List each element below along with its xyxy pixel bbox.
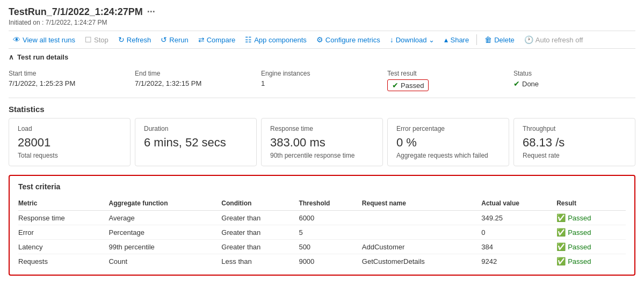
col-condition: Condition	[221, 197, 299, 211]
status-col: Status ✔ Done	[513, 70, 635, 91]
rerun-icon: ↺	[161, 35, 167, 44]
stat-card-3: Error percentage 0 % Aggregate requests …	[387, 118, 509, 166]
stat-value-2: 383.00 ms	[270, 136, 374, 150]
stat-card-0: Load 28001 Total requests	[9, 118, 131, 166]
initiated-text: Initiated on : 7/1/2022, 1:24:27 PM	[9, 19, 635, 26]
stop-icon: ☐	[85, 35, 92, 44]
stat-sublabel-3: Aggregate requests which failed	[396, 152, 500, 159]
delete-button[interactable]: 🗑 Delete	[480, 33, 519, 46]
start-time-col: Start time 7/1/2022, 1:25:23 PM	[9, 70, 131, 91]
statistics-title: Statistics	[9, 105, 635, 114]
result-text: Passed	[568, 214, 591, 222]
stat-label-4: Throughput	[523, 125, 626, 132]
status-value: ✔ Done	[513, 79, 539, 88]
view-all-button[interactable]: 👁 View all test runs	[9, 33, 79, 46]
configure-metrics-button[interactable]: ⚙ Configure metrics	[312, 33, 385, 46]
result-passed-badge: ✅ Passed	[556, 257, 591, 265]
cell-aggregate: 99th percentile	[108, 240, 221, 254]
passed-badge: ✔ Passed	[387, 79, 429, 91]
col-metric: Metric	[18, 197, 108, 211]
stat-sublabel-2: 90th percentile response time	[270, 152, 374, 159]
stat-value-0: 28001	[18, 136, 121, 150]
test-run-details-section[interactable]: ∧ Test run details	[9, 49, 635, 65]
stat-sublabel-4: Request rate	[523, 152, 626, 159]
result-check-icon: ✅	[556, 213, 566, 222]
app-components-button[interactable]: ☷ App components	[241, 33, 311, 46]
rerun-button[interactable]: ↺ Rerun	[156, 33, 192, 46]
stat-value-4: 68.13 /s	[523, 136, 626, 150]
clock-icon: 🕐	[524, 35, 533, 44]
cell-threshold: 5	[299, 225, 361, 240]
toolbar-separator	[476, 34, 477, 45]
cell-result: ✅ Passed	[556, 211, 626, 225]
stop-button[interactable]: ☐ Stop	[81, 33, 113, 46]
result-passed-badge: ✅ Passed	[556, 242, 591, 251]
result-check-icon: ✅	[556, 228, 566, 237]
col-request-name: Request name	[362, 197, 481, 211]
end-time-value: 7/1/2022, 1:32:15 PM	[135, 79, 257, 87]
cell-aggregate: Count	[108, 254, 221, 269]
test-criteria-box: Test criteria Metric Aggregate function …	[9, 175, 635, 276]
test-result-label: Test result	[387, 70, 509, 77]
status-label: Status	[513, 70, 635, 77]
stat-value-1: 6 mins, 52 secs	[144, 136, 248, 150]
stat-value-3: 0 %	[396, 136, 500, 150]
passed-check-icon: ✔	[392, 81, 399, 90]
cell-metric: Error	[18, 225, 108, 240]
cell-aggregate: Percentage	[108, 225, 221, 240]
cell-result: ✅ Passed	[556, 240, 626, 254]
col-actual-value: Actual value	[481, 197, 556, 211]
test-run-details-grid: Start time 7/1/2022, 1:25:23 PM End time…	[9, 65, 635, 98]
toolbar: 👁 View all test runs ☐ Stop ↻ Refresh ↺ …	[9, 31, 635, 49]
page-container: TestRun_7/1/2022_1:24:27PM ··· Initiated…	[0, 0, 644, 282]
table-row: Requests Count Less than 9000 GetCustome…	[18, 254, 626, 269]
app-components-icon: ☷	[245, 35, 252, 44]
stat-sublabel-0: Total requests	[18, 152, 121, 159]
cell-condition: Greater than	[221, 211, 299, 225]
table-row: Error Percentage Greater than 5 0 ✅ Pass…	[18, 225, 626, 240]
stat-card-2: Response time 383.00 ms 90th percentile …	[261, 118, 383, 166]
cell-request-name: AddCustomer	[362, 240, 481, 254]
col-threshold: Threshold	[299, 197, 361, 211]
engine-instances-col: Engine instances 1	[261, 70, 383, 91]
criteria-table: Metric Aggregate function Condition Thre…	[18, 197, 626, 268]
cell-threshold: 6000	[299, 211, 361, 225]
share-button[interactable]: ▴ Share	[440, 33, 473, 46]
share-icon: ▴	[444, 35, 448, 44]
page-title-text: TestRun_7/1/2022_1:24:27PM	[9, 6, 143, 18]
cell-actual-value: 384	[481, 240, 556, 254]
col-aggregate: Aggregate function	[108, 197, 221, 211]
result-text: Passed	[568, 257, 591, 265]
cell-actual-value: 9242	[481, 254, 556, 269]
cell-request-name	[362, 225, 481, 240]
test-criteria-title: Test criteria	[18, 182, 626, 191]
table-row: Latency 99th percentile Greater than 500…	[18, 240, 626, 254]
cell-threshold: 9000	[299, 254, 361, 269]
compare-icon: ⇄	[198, 35, 205, 44]
start-time-value: 7/1/2022, 1:25:23 PM	[9, 79, 131, 87]
result-passed-badge: ✅ Passed	[556, 228, 591, 237]
auto-refresh-button[interactable]: 🕐 Auto refresh off	[520, 33, 588, 46]
compare-button[interactable]: ⇄ Compare	[194, 33, 240, 46]
cell-metric: Response time	[18, 211, 108, 225]
cell-actual-value: 349.25	[481, 211, 556, 225]
result-check-icon: ✅	[556, 257, 566, 265]
cell-condition: Less than	[221, 254, 299, 269]
test-result-value: ✔ Passed	[387, 79, 509, 91]
gear-icon: ⚙	[316, 35, 323, 44]
cell-request-name: GetCustomerDetails	[362, 254, 481, 269]
statistics-grid: Load 28001 Total requests Duration 6 min…	[9, 118, 635, 166]
cell-aggregate: Average	[108, 211, 221, 225]
more-options-icon[interactable]: ···	[147, 6, 155, 18]
engine-instances-label: Engine instances	[261, 70, 383, 77]
download-button[interactable]: ↓ Download ⌄	[386, 33, 439, 46]
cell-metric: Requests	[18, 254, 108, 269]
table-row: Response time Average Greater than 6000 …	[18, 211, 626, 225]
end-time-col: End time 7/1/2022, 1:32:15 PM	[135, 70, 257, 91]
cell-condition: Greater than	[221, 225, 299, 240]
start-time-label: Start time	[9, 70, 131, 77]
refresh-button[interactable]: ↻ Refresh	[114, 33, 156, 46]
cell-request-name	[362, 211, 481, 225]
result-text: Passed	[568, 243, 591, 251]
engine-instances-value: 1	[261, 79, 383, 87]
